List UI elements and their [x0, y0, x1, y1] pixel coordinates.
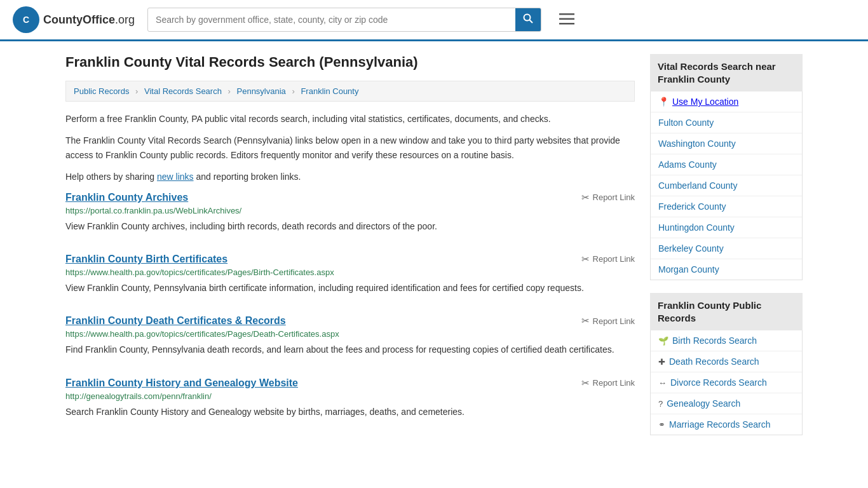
description-1: Perform a free Franklin County, PA publi… [65, 112, 635, 126]
svg-rect-4 [559, 13, 574, 15]
result-desc-archives: View Franklin County archives, including… [65, 219, 635, 233]
result-title-birth[interactable]: Franklin County Birth Certificates [65, 254, 227, 265]
sidebar-item-fulton[interactable]: Fulton County [651, 112, 802, 133]
breadcrumb-pennsylvania[interactable]: Pennsylvania [237, 86, 286, 96]
scissors-icon-4: ✂ [581, 377, 590, 389]
scissors-icon-2: ✂ [581, 254, 590, 265]
sidebar-item-morgan[interactable]: Morgan County [651, 259, 802, 280]
result-title-archives[interactable]: Franklin County Archives [65, 192, 188, 203]
sidebar-item-divorce-records[interactable]: ↔ Divorce Records Search [651, 372, 802, 393]
sidebar: Vital Records Search near Franklin Count… [650, 54, 803, 448]
divorce-records-icon: ↔ [658, 378, 667, 388]
page-title: Franklin County Vital Records Search (Pe… [65, 54, 635, 71]
new-links-link[interactable]: new links [157, 172, 194, 182]
sidebar-item-cumberland[interactable]: Cumberland County [651, 175, 802, 196]
result-url-birth[interactable]: https://www.health.pa.gov/topics/certifi… [65, 268, 635, 277]
result-item-birth: Franklin County Birth Certificates ✂ Rep… [65, 254, 635, 297]
nearby-section-title: Vital Records Search near Franklin Count… [650, 54, 803, 92]
result-title-death[interactable]: Franklin County Death Certificates & Rec… [65, 315, 286, 327]
breadcrumb-public-records[interactable]: Public Records [74, 86, 129, 96]
report-link-genealogy[interactable]: ✂ Report Link [581, 377, 635, 389]
logo-text: CountyOffice.org [43, 13, 135, 27]
report-link-archives[interactable]: ✂ Report Link [581, 192, 635, 203]
sidebar-item-huntingdon[interactable]: Huntingdon County [651, 217, 802, 238]
result-desc-death: Find Franklin County, Pennsylvania death… [65, 342, 635, 356]
breadcrumb-franklin-county[interactable]: Franklin County [301, 86, 358, 96]
birth-records-icon: 🌱 [658, 336, 668, 346]
use-location-item[interactable]: 📍 Use My Location [651, 92, 802, 112]
sidebar-item-death-records[interactable]: ✚ Death Records Search [651, 351, 802, 372]
death-records-icon: ✚ [658, 357, 665, 367]
marriage-records-icon: ⚭ [658, 420, 665, 430]
description-3: Help others by sharing new links and rep… [65, 170, 635, 184]
report-link-birth[interactable]: ✂ Report Link [581, 254, 635, 265]
use-location-link[interactable]: Use My Location [672, 97, 738, 107]
search-input[interactable] [148, 10, 515, 30]
breadcrumb: Public Records › Vital Records Search › … [65, 81, 635, 102]
search-button[interactable] [515, 8, 541, 31]
public-records-section: Franklin County Public Records 🌱 Birth R… [650, 293, 803, 435]
public-records-links: 🌱 Birth Records Search ✚ Death Records S… [650, 330, 803, 435]
nearby-links: 📍 Use My Location Fulton County Washingt… [650, 92, 803, 280]
sidebar-item-washington[interactable]: Washington County [651, 133, 802, 154]
svg-rect-6 [559, 23, 574, 25]
sidebar-item-marriage-records[interactable]: ⚭ Marriage Records Search [651, 414, 802, 435]
public-records-title: Franklin County Public Records [650, 293, 803, 330]
result-title-genealogy[interactable]: Franklin County History and Genealogy We… [65, 377, 298, 389]
logo-icon: C [13, 6, 39, 33]
logo[interactable]: C CountyOffice.org [13, 6, 135, 33]
sidebar-item-frederick[interactable]: Frederick County [651, 196, 802, 217]
sidebar-item-genealogy-search[interactable]: ? Genealogy Search [651, 393, 802, 414]
result-url-death[interactable]: https://www.health.pa.gov/topics/certifi… [65, 329, 635, 339]
result-item-death: Franklin County Death Certificates & Rec… [65, 315, 635, 359]
result-url-archives[interactable]: https://portal.co.franklin.pa.us/WebLink… [65, 206, 635, 215]
genealogy-icon: ? [658, 399, 663, 409]
description-2: The Franklin County Vital Records Search… [65, 133, 635, 162]
result-desc-birth: View Franklin County, Pennsylvania birth… [65, 281, 635, 295]
svg-line-3 [530, 20, 533, 24]
pin-icon: 📍 [658, 97, 669, 107]
scissors-icon: ✂ [581, 192, 590, 203]
sidebar-item-birth-records[interactable]: 🌱 Birth Records Search [651, 330, 802, 351]
hamburger-menu-button[interactable] [554, 8, 580, 31]
sidebar-item-adams[interactable]: Adams County [651, 154, 802, 175]
result-desc-genealogy: Search Franklin County History and Genea… [65, 405, 635, 419]
sidebar-item-berkeley[interactable]: Berkeley County [651, 238, 802, 259]
svg-text:C: C [23, 15, 29, 25]
report-link-death[interactable]: ✂ Report Link [581, 315, 635, 327]
svg-rect-5 [559, 18, 574, 20]
result-url-genealogy[interactable]: http://genealogytrails.com/penn/franklin… [65, 391, 635, 401]
content-area: Franklin County Vital Records Search (Pe… [65, 54, 635, 448]
main-container: Franklin County Vital Records Search (Pe… [53, 41, 815, 461]
search-bar[interactable] [147, 8, 541, 32]
result-item-archives: Franklin County Archives ✂ Report Link h… [65, 192, 635, 236]
result-item-genealogy: Franklin County History and Genealogy We… [65, 377, 635, 421]
breadcrumb-vital-records[interactable]: Vital Records Search [144, 86, 222, 96]
svg-point-2 [524, 15, 531, 21]
site-header: C CountyOffice.org [0, 0, 868, 41]
nearby-section: Vital Records Search near Franklin Count… [650, 54, 803, 280]
scissors-icon-3: ✂ [581, 315, 590, 327]
